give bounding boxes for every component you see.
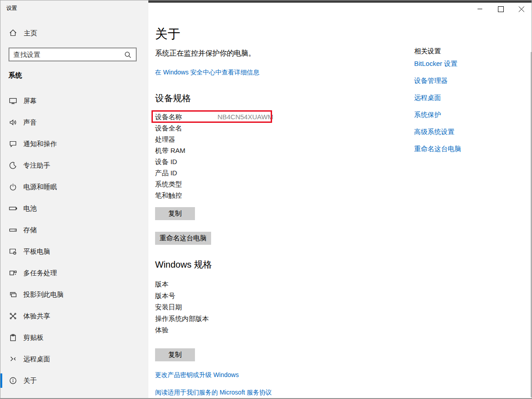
home-label: 主页 (24, 29, 37, 38)
sidebar-item-label: 电池 (23, 204, 37, 213)
sidebar-item-home[interactable]: 主页 (0, 26, 148, 40)
spec-row-device-name: 设备名称 NB4CN54XUAWM (155, 111, 273, 122)
focus-assist-icon (9, 161, 17, 170)
search-box[interactable] (9, 48, 137, 61)
windows-spec-rows: 版本 版本号 安装日期 操作系统内部版本 体验 (155, 278, 209, 336)
sidebar-item-sound[interactable]: 声音 (0, 112, 148, 133)
bitlocker-settings-link[interactable]: BitLocker 设置 (414, 60, 461, 68)
multitasking-icon (9, 269, 17, 278)
page-title: 关于 (155, 26, 180, 43)
device-spec-rows: 设备名称 NB4CN54XUAWM 设备全名 处理器 机带 RAM 设备 ID … (155, 111, 273, 201)
app-title: 设置 (6, 4, 17, 12)
spec-row: 版本 (155, 278, 209, 290)
maximize-button[interactable] (490, 3, 511, 15)
spec-label: 安装日期 (155, 303, 182, 311)
search-input[interactable] (9, 51, 136, 58)
battery-icon (9, 204, 17, 213)
remote-desktop-link[interactable]: 远程桌面 (414, 94, 461, 102)
power-icon (9, 182, 17, 191)
spec-row: 操作系统内部版本 (155, 313, 209, 325)
spec-row: 安装日期 (155, 301, 209, 313)
sidebar-item-label: 体验共享 (23, 312, 50, 321)
advanced-system-settings-link[interactable]: 高级系统设置 (414, 128, 461, 136)
device-name-value: NB4CN54XUAWM (217, 113, 273, 121)
device-manager-link[interactable]: 设备管理器 (414, 77, 461, 85)
spec-row: 机带 RAM (155, 145, 273, 156)
spec-row: 笔和触控 (155, 190, 273, 201)
spec-label: 版本号 (155, 292, 175, 299)
spec-label: 版本 (155, 280, 169, 288)
security-status-text: 系统正在监控并保护你的电脑。 (155, 49, 255, 58)
display-icon (9, 96, 17, 105)
sidebar-item-power-sleep[interactable]: 电源和睡眠 (0, 176, 148, 198)
spec-row: 产品 ID (155, 167, 273, 178)
spec-label: 处理器 (155, 134, 216, 145)
spec-row: 处理器 (155, 134, 273, 145)
sidebar-item-projecting[interactable]: 投影到此电脑 (0, 284, 148, 305)
minimize-button[interactable] (470, 3, 490, 15)
related-settings: 相关设置 BitLocker 设置 设备管理器 远程桌面 系统保护 高级系统设置… (414, 47, 461, 162)
sound-icon (9, 118, 17, 127)
sidebar-item-label: 关于 (23, 377, 37, 385)
spec-label: 设备 ID (155, 156, 216, 167)
remote-desktop-icon (9, 355, 17, 364)
sidebar-item-notifications[interactable]: 通知和操作 (0, 133, 148, 155)
spec-label: 操作系统内部版本 (155, 315, 209, 322)
windows-security-link[interactable]: 在 Windows 安全中心中查看详细信息 (155, 69, 260, 77)
storage-icon (9, 226, 17, 234)
sidebar-item-label: 专注助手 (23, 161, 50, 170)
change-product-key-link[interactable]: 更改产品密钥或升级 Windows (155, 371, 239, 379)
sidebar-nav: 屏幕 声音 通知和操作 专注助手 电源和睡眠 (0, 90, 148, 391)
spec-label: 产品 ID (155, 167, 216, 178)
sidebar-item-clipboard[interactable]: 剪贴板 (0, 327, 148, 348)
sidebar-item-label: 屏幕 (23, 97, 37, 105)
about-icon (9, 376, 17, 385)
sidebar-item-label: 电源和睡眠 (23, 183, 57, 191)
copy-device-spec-button[interactable]: 复制 (155, 207, 195, 220)
spec-label: 系统类型 (155, 178, 216, 190)
settings-window: 设置 主页 系统 屏幕 声音 (0, 0, 532, 399)
spec-label: 笔和触控 (155, 190, 216, 201)
copy-windows-spec-button[interactable]: 复制 (155, 348, 195, 361)
search-icon[interactable] (124, 51, 133, 61)
spec-label: 设备全名 (155, 122, 216, 134)
home-icon (9, 28, 17, 39)
sidebar-item-remote-desktop[interactable]: 远程桌面 (0, 348, 148, 370)
rename-pc-link[interactable]: 重命名这台电脑 (414, 145, 461, 153)
sidebar-item-label: 远程桌面 (23, 355, 50, 364)
system-protection-link[interactable]: 系统保护 (414, 111, 461, 119)
project-icon (9, 290, 17, 299)
sidebar-item-label: 投影到此电脑 (23, 291, 64, 299)
related-settings-heading: 相关设置 (414, 47, 461, 55)
sidebar-item-storage[interactable]: 存储 (0, 219, 148, 241)
services-agreement-link[interactable]: 阅读适用于我们服务的 Microsoft 服务协议 (155, 389, 272, 397)
sidebar-section-system: 系统 (9, 71, 22, 80)
device-spec-heading: 设备规格 (155, 92, 191, 104)
sidebar-item-label: 平板电脑 (23, 247, 50, 256)
spec-label: 设备名称 (155, 111, 216, 122)
windows-spec-heading: Windows 规格 (155, 259, 212, 271)
sidebar-item-label: 剪贴板 (23, 334, 43, 342)
sidebar-item-shared-experiences[interactable]: 体验共享 (0, 305, 148, 327)
spec-row: 版本号 (155, 290, 209, 302)
spec-row: 设备 ID (155, 156, 273, 167)
rename-pc-button[interactable]: 重命名这台电脑 (155, 232, 211, 245)
close-button[interactable] (511, 3, 532, 15)
clipboard-icon (9, 333, 17, 342)
sidebar: 设置 主页 系统 屏幕 声音 (0, 0, 148, 398)
window-controls (470, 3, 532, 15)
sidebar-item-focus-assist[interactable]: 专注助手 (0, 155, 148, 176)
sidebar-item-label: 通知和操作 (23, 140, 57, 148)
sidebar-item-label: 存储 (23, 226, 37, 234)
spec-label: 机带 RAM (155, 145, 216, 156)
sidebar-item-battery[interactable]: 电池 (0, 198, 148, 219)
sidebar-item-multitasking[interactable]: 多任务处理 (0, 262, 148, 284)
sidebar-item-about[interactable]: 关于 (0, 370, 148, 391)
spec-label: 体验 (155, 326, 169, 334)
sidebar-item-tablet[interactable]: 平板电脑 (0, 241, 148, 262)
spec-row: 体验 (155, 324, 209, 336)
tablet-icon (9, 247, 17, 256)
spec-row: 系统类型 (155, 178, 273, 190)
sidebar-item-display[interactable]: 屏幕 (0, 90, 148, 112)
shared-experiences-icon (9, 312, 17, 321)
